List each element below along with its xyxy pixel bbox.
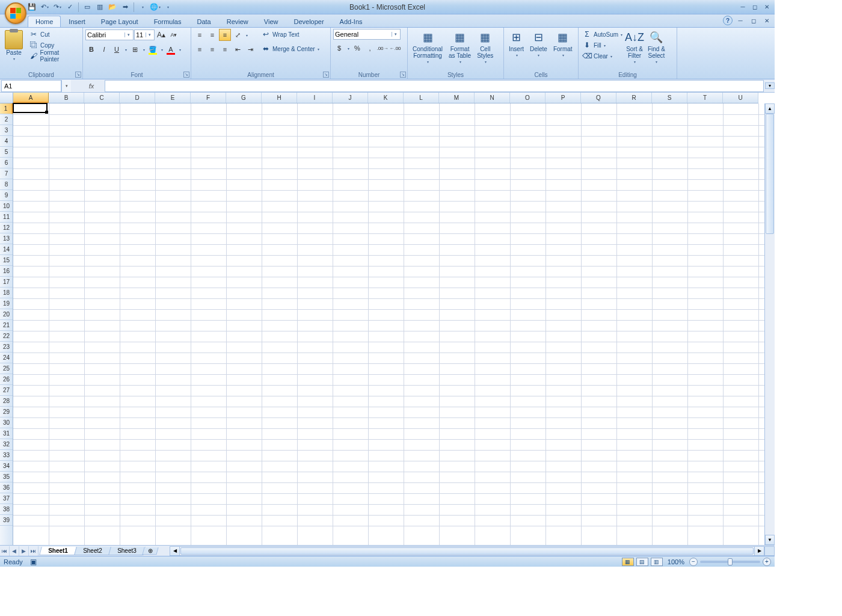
cell-styles-button[interactable]: ▦Cell Styles▾ — [475, 29, 496, 67]
page-break-view-button[interactable]: ▥ — [651, 558, 663, 566]
scroll-down-button[interactable]: ▼ — [765, 535, 775, 545]
horizontal-scrollbar[interactable]: ◀ ▶ — [170, 546, 764, 556]
currency-button[interactable]: $ — [333, 42, 345, 54]
qat-btn-3[interactable]: ▾ — [137, 2, 148, 13]
scroll-left-button[interactable]: ◀ — [170, 547, 180, 555]
cut-button[interactable]: ✂Cut — [28, 29, 80, 40]
currency-dropdown[interactable]: ▾ — [346, 42, 351, 54]
border-button[interactable]: ⊞ — [129, 43, 141, 55]
close-button[interactable]: ✕ — [761, 2, 772, 12]
sheet-tab[interactable]: Sheet2 — [74, 547, 111, 555]
merge-center-button[interactable]: ⬌Merge & Center▾ — [260, 43, 321, 54]
increase-font-button[interactable]: A▴ — [155, 29, 167, 41]
row-header[interactable]: 2 — [0, 114, 13, 125]
row-header[interactable]: 15 — [0, 255, 13, 266]
scroll-right-button[interactable]: ▶ — [754, 547, 764, 555]
column-header[interactable]: F — [191, 93, 226, 103]
align-bottom-button[interactable]: ≡ — [219, 29, 231, 41]
qat-btn-2[interactable]: ▥ — [94, 2, 105, 13]
row-header[interactable]: 29 — [0, 407, 13, 417]
tab-data[interactable]: Data — [189, 16, 218, 27]
zoom-in-button[interactable]: + — [763, 558, 771, 566]
column-header[interactable]: M — [439, 93, 475, 103]
column-header[interactable]: H — [262, 93, 297, 103]
row-header[interactable]: 11 — [0, 212, 13, 223]
insert-cells-button[interactable]: ⊞Insert▾ — [506, 29, 526, 60]
insert-sheet-button[interactable]: ⊕ — [143, 547, 159, 555]
number-format-combo[interactable]: General▾ — [333, 29, 401, 40]
row-header[interactable]: 6 — [0, 158, 13, 168]
tab-review[interactable]: Review — [219, 16, 256, 27]
format-painter-button[interactable]: 🖌Format Painter — [28, 51, 80, 61]
row-header[interactable]: 32 — [0, 439, 13, 450]
decrease-decimal-button[interactable]: ←.00 — [389, 42, 401, 54]
wrap-text-button[interactable]: ↩Wrap Text — [260, 29, 321, 40]
row-header[interactable]: 4 — [0, 136, 13, 147]
cells-area[interactable] — [13, 103, 764, 545]
minimize-button[interactable]: ─ — [737, 2, 748, 12]
row-header[interactable]: 16 — [0, 266, 13, 277]
decrease-font-button[interactable]: A▾ — [168, 29, 180, 41]
delete-cells-button[interactable]: ⊟Delete▾ — [527, 29, 550, 60]
underline-dropdown[interactable]: ▾ — [123, 43, 128, 55]
sheet-next-button[interactable]: ▶ — [19, 546, 29, 556]
align-middle-button[interactable]: ≡ — [206, 29, 218, 41]
row-header[interactable]: 9 — [0, 190, 13, 201]
scroll-up-button[interactable]: ▲ — [765, 103, 775, 114]
align-left-button[interactable]: ≡ — [194, 43, 206, 55]
italic-button[interactable]: I — [98, 43, 110, 55]
column-header[interactable]: E — [155, 93, 191, 103]
sheet-first-button[interactable]: ⏮ — [0, 546, 10, 556]
sheet-prev-button[interactable]: ◀ — [10, 546, 19, 556]
qat-arrow-icon[interactable]: ➡ — [120, 2, 131, 13]
row-header[interactable]: 5 — [0, 147, 13, 158]
row-header[interactable]: 34 — [0, 461, 13, 472]
hscroll-thumb[interactable] — [180, 547, 754, 555]
percent-button[interactable]: % — [351, 42, 363, 54]
clipboard-dialog-launcher[interactable]: ↘ — [75, 72, 81, 78]
row-header[interactable]: 27 — [0, 385, 13, 396]
border-dropdown[interactable]: ▾ — [141, 43, 146, 55]
row-header[interactable]: 25 — [0, 363, 13, 374]
select-all-corner[interactable] — [0, 93, 13, 103]
doc-minimize-button[interactable]: ─ — [735, 16, 746, 25]
row-header[interactable]: 18 — [0, 288, 13, 298]
font-dialog-launcher[interactable]: ↘ — [183, 72, 189, 78]
tab-home[interactable]: Home — [28, 16, 61, 27]
doc-close-button[interactable]: ✕ — [761, 16, 772, 25]
row-header[interactable]: 37 — [0, 493, 13, 504]
comma-button[interactable]: , — [364, 42, 376, 54]
column-header[interactable]: G — [226, 93, 262, 103]
tab-insert[interactable]: Insert — [61, 16, 93, 27]
clear-button[interactable]: ⌫Clear▾ — [581, 51, 624, 61]
sheet-last-button[interactable]: ⏭ — [29, 546, 38, 556]
column-header[interactable]: J — [333, 93, 368, 103]
qat-globe-icon[interactable]: 🌐▾ — [150, 2, 161, 13]
alignment-dialog-launcher[interactable]: ↘ — [323, 72, 329, 78]
column-header[interactable]: T — [687, 93, 723, 103]
column-header[interactable]: O — [510, 93, 545, 103]
zoom-slider[interactable] — [700, 561, 760, 563]
row-header[interactable]: 24 — [0, 353, 13, 363]
align-center-button[interactable]: ≡ — [206, 43, 218, 55]
row-header[interactable]: 14 — [0, 244, 13, 255]
tab-view[interactable]: View — [256, 16, 286, 27]
find-select-button[interactable]: 🔍Find & Select▾ — [645, 29, 668, 67]
name-box[interactable]: A1 — [1, 80, 61, 92]
formula-bar-expand[interactable]: ▾ — [765, 82, 775, 89]
qat-btn-1[interactable]: ▭ — [82, 2, 93, 13]
row-header[interactable]: 28 — [0, 396, 13, 407]
tab-page-layout[interactable]: Page Layout — [93, 16, 146, 27]
tab-developer[interactable]: Developer — [286, 16, 331, 27]
sort-filter-button[interactable]: A↓ZSort & Filter▾ — [624, 29, 645, 67]
row-header[interactable]: 13 — [0, 233, 13, 244]
column-header[interactable]: R — [616, 93, 652, 103]
tab-add-ins[interactable]: Add-Ins — [332, 16, 370, 27]
row-header[interactable]: 7 — [0, 168, 13, 179]
column-header[interactable]: B — [49, 93, 84, 103]
row-header[interactable]: 36 — [0, 482, 13, 493]
align-right-button[interactable]: ≡ — [219, 43, 231, 55]
font-name-combo[interactable]: Calibri▾ — [85, 29, 134, 40]
row-header[interactable]: 39 — [0, 515, 13, 526]
vertical-scrollbar[interactable]: ▲ ▼ — [764, 103, 775, 545]
